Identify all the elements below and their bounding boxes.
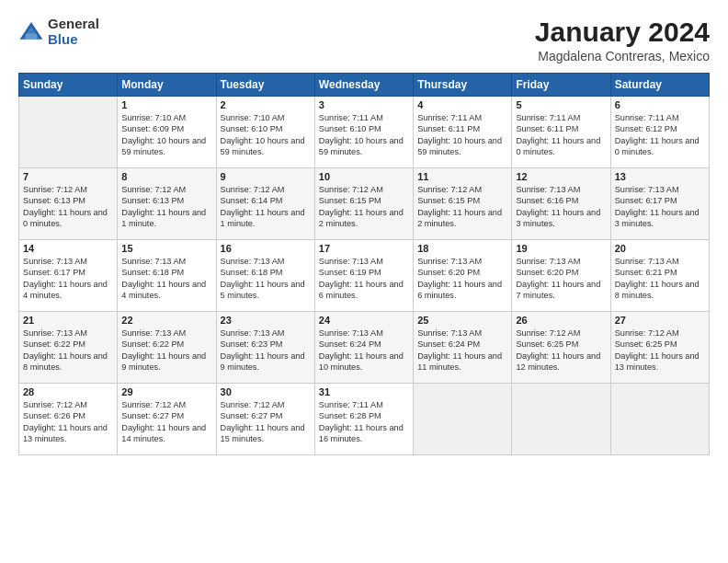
col-thursday: Thursday [414,74,512,97]
col-sunday: Sunday [19,74,118,97]
day-number: 24 [319,315,409,326]
day-number: 18 [417,243,507,254]
day-cell: 5Sunrise: 7:11 AMSunset: 6:11 PMDaylight… [512,97,610,168]
day-cell: 10Sunrise: 7:12 AMSunset: 6:15 PMDayligh… [314,168,413,240]
day-cell: 18Sunrise: 7:13 AMSunset: 6:20 PMDayligh… [414,240,512,312]
day-info: Sunrise: 7:13 AMSunset: 6:24 PMDaylight:… [417,327,507,373]
day-cell: 7Sunrise: 7:12 AMSunset: 6:13 PMDaylight… [19,168,118,240]
day-number: 28 [23,386,113,397]
day-info: Sunrise: 7:12 AMSunset: 6:15 PMDaylight:… [417,184,507,230]
day-number: 5 [516,99,606,110]
col-monday: Monday [118,74,216,97]
week-row-1: 1Sunrise: 7:10 AMSunset: 6:09 PMDaylight… [19,97,710,168]
day-cell: 9Sunrise: 7:12 AMSunset: 6:14 PMDaylight… [216,168,314,240]
day-info: Sunrise: 7:13 AMSunset: 6:22 PMDaylight:… [121,327,211,373]
day-info: Sunrise: 7:12 AMSunset: 6:14 PMDaylight:… [221,184,311,230]
logo-general: General [48,17,99,32]
day-cell: 6Sunrise: 7:11 AMSunset: 6:12 PMDaylight… [610,97,709,168]
day-number: 19 [516,243,606,254]
day-info: Sunrise: 7:13 AMSunset: 6:22 PMDaylight:… [23,327,113,373]
week-row-5: 28Sunrise: 7:12 AMSunset: 6:26 PMDayligh… [19,384,710,455]
day-info: Sunrise: 7:13 AMSunset: 6:18 PMDaylight:… [121,256,211,302]
day-cell [512,384,610,455]
day-number: 25 [417,315,507,326]
day-cell: 15Sunrise: 7:13 AMSunset: 6:18 PMDayligh… [118,240,216,312]
day-cell: 30Sunrise: 7:12 AMSunset: 6:27 PMDayligh… [216,384,314,455]
day-cell: 13Sunrise: 7:13 AMSunset: 6:17 PMDayligh… [610,168,709,240]
day-number: 7 [23,171,113,182]
day-info: Sunrise: 7:13 AMSunset: 6:20 PMDaylight:… [417,256,507,302]
svg-rect-2 [26,33,37,39]
day-info: Sunrise: 7:13 AMSunset: 6:17 PMDaylight:… [23,256,113,302]
day-cell [19,97,118,168]
day-cell [414,384,512,455]
day-cell [610,384,709,455]
day-cell: 14Sunrise: 7:13 AMSunset: 6:17 PMDayligh… [19,240,118,312]
day-cell: 17Sunrise: 7:13 AMSunset: 6:19 PMDayligh… [314,240,413,312]
day-number: 23 [221,315,311,326]
day-number: 16 [221,243,311,254]
day-cell: 12Sunrise: 7:13 AMSunset: 6:16 PMDayligh… [512,168,610,240]
calendar-header: Sunday Monday Tuesday Wednesday Thursday… [19,74,710,97]
day-number: 3 [319,99,409,110]
col-friday: Friday [512,74,610,97]
week-row-3: 14Sunrise: 7:13 AMSunset: 6:17 PMDayligh… [19,240,710,312]
day-number: 30 [221,386,311,397]
day-number: 6 [615,99,705,110]
day-info: Sunrise: 7:12 AMSunset: 6:25 PMDaylight:… [516,327,606,373]
day-info: Sunrise: 7:13 AMSunset: 6:23 PMDaylight:… [221,327,311,373]
page: General Blue January 2024 Magdalena Cont… [0,0,728,465]
day-number: 13 [615,171,705,182]
day-info: Sunrise: 7:12 AMSunset: 6:27 PMDaylight:… [221,399,311,445]
day-info: Sunrise: 7:13 AMSunset: 6:16 PMDaylight:… [516,184,606,230]
day-cell: 8Sunrise: 7:12 AMSunset: 6:13 PMDaylight… [118,168,216,240]
day-number: 12 [516,171,606,182]
day-info: Sunrise: 7:13 AMSunset: 6:17 PMDaylight:… [615,184,705,230]
day-number: 20 [615,243,705,254]
week-row-2: 7Sunrise: 7:12 AMSunset: 6:13 PMDaylight… [19,168,710,240]
col-tuesday: Tuesday [216,74,314,97]
col-wednesday: Wednesday [314,74,413,97]
day-cell: 31Sunrise: 7:11 AMSunset: 6:28 PMDayligh… [314,384,413,455]
day-info: Sunrise: 7:12 AMSunset: 6:27 PMDaylight:… [121,399,211,445]
col-saturday: Saturday [610,74,709,97]
day-cell: 20Sunrise: 7:13 AMSunset: 6:21 PMDayligh… [610,240,709,312]
day-number: 8 [121,171,211,182]
day-cell: 1Sunrise: 7:10 AMSunset: 6:09 PMDaylight… [118,97,216,168]
day-info: Sunrise: 7:13 AMSunset: 6:20 PMDaylight:… [516,256,606,302]
day-number: 29 [121,386,211,397]
day-info: Sunrise: 7:10 AMSunset: 6:09 PMDaylight:… [121,112,211,158]
calendar-subtitle: Magdalena Contreras, Mexico [535,49,710,63]
day-cell: 29Sunrise: 7:12 AMSunset: 6:27 PMDayligh… [118,384,216,455]
day-cell: 26Sunrise: 7:12 AMSunset: 6:25 PMDayligh… [512,312,610,384]
day-number: 17 [319,243,409,254]
day-info: Sunrise: 7:11 AMSunset: 6:11 PMDaylight:… [516,112,606,158]
day-info: Sunrise: 7:12 AMSunset: 6:15 PMDaylight:… [319,184,409,230]
header: General Blue January 2024 Magdalena Cont… [18,17,710,63]
logo-icon [18,19,44,45]
day-cell: 19Sunrise: 7:13 AMSunset: 6:20 PMDayligh… [512,240,610,312]
day-number: 4 [417,99,507,110]
day-info: Sunrise: 7:11 AMSunset: 6:12 PMDaylight:… [615,112,705,158]
logo-text: General Blue [48,17,99,47]
day-number: 22 [121,315,211,326]
day-cell: 28Sunrise: 7:12 AMSunset: 6:26 PMDayligh… [19,384,118,455]
day-info: Sunrise: 7:13 AMSunset: 6:19 PMDaylight:… [319,256,409,302]
day-cell: 23Sunrise: 7:13 AMSunset: 6:23 PMDayligh… [216,312,314,384]
calendar-table: Sunday Monday Tuesday Wednesday Thursday… [18,73,710,455]
logo: General Blue [18,17,99,47]
day-info: Sunrise: 7:12 AMSunset: 6:25 PMDaylight:… [615,327,705,373]
day-cell: 11Sunrise: 7:12 AMSunset: 6:15 PMDayligh… [414,168,512,240]
day-cell: 4Sunrise: 7:11 AMSunset: 6:11 PMDaylight… [414,97,512,168]
day-cell: 25Sunrise: 7:13 AMSunset: 6:24 PMDayligh… [414,312,512,384]
logo-blue: Blue [48,32,99,48]
day-cell: 27Sunrise: 7:12 AMSunset: 6:25 PMDayligh… [610,312,709,384]
day-cell: 22Sunrise: 7:13 AMSunset: 6:22 PMDayligh… [118,312,216,384]
day-number: 21 [23,315,113,326]
day-info: Sunrise: 7:12 AMSunset: 6:26 PMDaylight:… [23,399,113,445]
day-info: Sunrise: 7:12 AMSunset: 6:13 PMDaylight:… [121,184,211,230]
day-info: Sunrise: 7:12 AMSunset: 6:13 PMDaylight:… [23,184,113,230]
header-row: Sunday Monday Tuesday Wednesday Thursday… [19,74,710,97]
day-info: Sunrise: 7:11 AMSunset: 6:11 PMDaylight:… [417,112,507,158]
day-number: 11 [417,171,507,182]
